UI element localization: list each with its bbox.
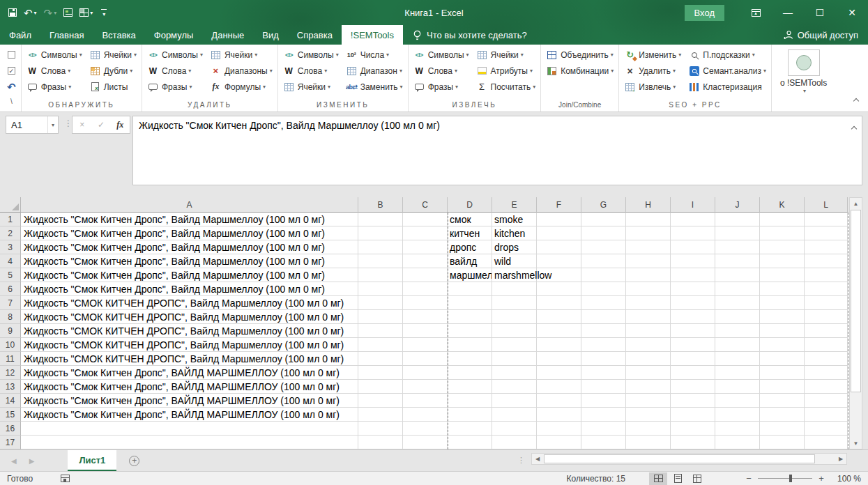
cell-G8[interactable]	[581, 310, 626, 324]
cell-K4[interactable]	[760, 254, 805, 268]
cell-A9[interactable]: Жидкость "СМОК КИТЧЕН ДРОПС", Вайлд Марш…	[21, 324, 358, 338]
ribbon-button-replace[interactable]: ab⇄Заменить▾	[342, 79, 406, 95]
ribbon-button-sheets[interactable]: xЛисты	[86, 79, 140, 95]
cell-D3[interactable]: дропс	[448, 240, 492, 254]
cell-D5[interactable]: маршмел	[448, 268, 492, 282]
ribbon-button-ranges-x[interactable]: ×Диапазоны▾	[206, 63, 276, 79]
column-header-B[interactable]: B	[358, 197, 403, 213]
cell-L11[interactable]	[805, 352, 848, 366]
cell-J13[interactable]	[715, 380, 760, 394]
cell-H13[interactable]	[626, 380, 671, 394]
cell-I4[interactable]	[671, 254, 715, 268]
collapse-ribbon-button[interactable]	[854, 93, 858, 106]
prev-sheet-arrow[interactable]: ◀	[11, 457, 17, 465]
cell-I10[interactable]	[671, 338, 715, 352]
cell-G7[interactable]	[581, 296, 626, 310]
tab-data[interactable]: Данные	[202, 25, 253, 45]
row-header-3[interactable]: 3	[0, 240, 21, 254]
collapse-formula-bar-button[interactable]	[852, 122, 856, 133]
column-header-H[interactable]: H	[626, 197, 671, 213]
cell-I13[interactable]	[671, 380, 715, 394]
name-box[interactable]: A1 ▾	[6, 116, 59, 134]
cell-C15[interactable]	[403, 408, 448, 422]
new-sheet-button[interactable]: +	[129, 456, 139, 466]
column-header-A[interactable]: A	[21, 197, 358, 213]
cell-K13[interactable]	[760, 380, 805, 394]
cell-J4[interactable]	[715, 254, 760, 268]
sign-in-button[interactable]: Вход	[685, 5, 724, 21]
scroll-up-arrow[interactable]: ▲	[850, 198, 862, 209]
cell-G4[interactable]	[581, 254, 626, 268]
cell-K7[interactable]	[760, 296, 805, 310]
cell-K3[interactable]	[760, 240, 805, 254]
ribbon-button-symbols[interactable]: <!>Символы▾	[144, 47, 206, 63]
cell-H10[interactable]	[626, 338, 671, 352]
cell-J5[interactable]	[715, 268, 760, 282]
column-header-C[interactable]: C	[403, 197, 448, 213]
sheet-tab-active[interactable]: Лист1	[68, 450, 116, 471]
row-header-8[interactable]: 8	[0, 310, 21, 324]
cell-F14[interactable]	[537, 394, 581, 408]
cell-F15[interactable]	[537, 408, 581, 422]
cell-G16[interactable]	[581, 422, 626, 436]
cancel-entry-button[interactable]: ×	[73, 120, 91, 130]
cell-B4[interactable]	[358, 254, 403, 268]
cell-K14[interactable]	[760, 394, 805, 408]
cell-J7[interactable]	[715, 296, 760, 310]
cell-F4[interactable]	[537, 254, 581, 268]
cell-G3[interactable]	[581, 240, 626, 254]
name-box-dropdown[interactable]: ▾	[47, 116, 58, 133]
cell-D4[interactable]: вайлд	[448, 254, 492, 268]
ribbon-button-symbols[interactable]: <!>Символы▾	[280, 47, 342, 63]
cell-J12[interactable]	[715, 366, 760, 380]
cell-I1[interactable]	[671, 213, 715, 226]
cell-F3[interactable]	[537, 240, 581, 254]
cell-B14[interactable]	[358, 394, 403, 408]
cell-A4[interactable]: Жидкость "Смок Китчен Дропс", Вайлд Марш…	[21, 254, 358, 268]
cell-A1[interactable]: Жидкость "Смок Китчен Дропс", Вайлд Марш…	[21, 213, 358, 226]
row-header-17[interactable]: 17	[0, 436, 21, 449]
cell-L4[interactable]	[805, 254, 848, 268]
ribbon-button-extract[interactable]: Извлечь▾	[620, 79, 685, 95]
cell-F12[interactable]	[537, 366, 581, 380]
cell-H6[interactable]	[626, 282, 671, 296]
tab-formulas[interactable]: Формулы	[145, 25, 203, 45]
cell-B8[interactable]	[358, 310, 403, 324]
cell-I3[interactable]	[671, 240, 715, 254]
cell-D16[interactable]	[448, 422, 492, 436]
cell-I8[interactable]	[671, 310, 715, 324]
cell-A17[interactable]	[21, 436, 358, 449]
cell-K8[interactable]	[760, 310, 805, 324]
ribbon-button-attributes[interactable]: Атрибуты▾	[473, 63, 540, 79]
cell-E7[interactable]	[492, 296, 537, 310]
zoom-level[interactable]: 100 %	[830, 474, 861, 484]
cell-E13[interactable]	[492, 380, 537, 394]
cell-H2[interactable]	[626, 226, 671, 240]
cell-C2[interactable]	[403, 226, 448, 240]
cell-K15[interactable]	[760, 408, 805, 422]
table-tool-button[interactable]: ▾	[79, 8, 93, 17]
cell-H7[interactable]	[626, 296, 671, 310]
ribbon-button-cells[interactable]: Ячейки▾	[473, 47, 540, 63]
cell-H3[interactable]	[626, 240, 671, 254]
close-button[interactable]: ✕	[836, 0, 868, 25]
cell-F9[interactable]	[537, 324, 581, 338]
cell-J9[interactable]	[715, 324, 760, 338]
cell-A7[interactable]: Жидкость "СМОК КИТЧЕН ДРОПС", Вайлд Марш…	[21, 296, 358, 310]
column-header-L[interactable]: L	[805, 197, 848, 213]
cell-D13[interactable]	[448, 380, 492, 394]
vertical-scrollbar[interactable]: ▲ ▼	[849, 197, 862, 449]
cell-C16[interactable]	[403, 422, 448, 436]
customize-qat-button[interactable]: ▾	[101, 9, 107, 16]
cell-F16[interactable]	[537, 422, 581, 436]
cell-D8[interactable]	[448, 310, 492, 324]
cell-C13[interactable]	[403, 380, 448, 394]
cell-K9[interactable]	[760, 324, 805, 338]
scroll-right-arrow[interactable]: ▶	[835, 456, 846, 462]
cell-C5[interactable]	[403, 268, 448, 282]
cell-A15[interactable]: Жидкость "Смок Китчен Дропс", ВАЙЛД МАРШ…	[21, 408, 358, 422]
cell-D12[interactable]	[448, 366, 492, 380]
cell-L2[interactable]	[805, 226, 848, 240]
cell-A14[interactable]: Жидкость "Смок Китчен Дропс", ВАЙЛД МАРШ…	[21, 394, 358, 408]
cell-F17[interactable]	[537, 436, 581, 449]
